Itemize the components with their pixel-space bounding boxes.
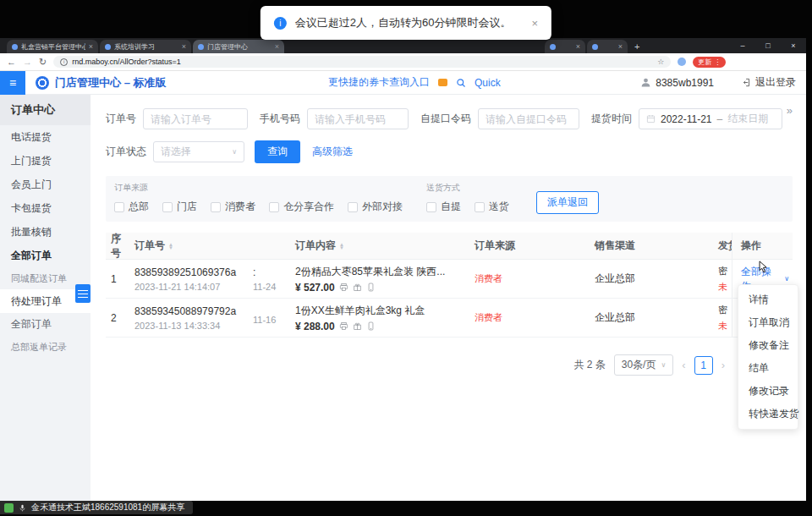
bookmark-star-icon[interactable]: ☆	[657, 58, 664, 66]
sort-icons[interactable]: ▲▼	[168, 243, 173, 250]
checkbox-source-store[interactable]: 门店	[162, 200, 197, 214]
advanced-filter-link[interactable]: 高级筛选	[312, 145, 353, 159]
tab-close-icon[interactable]: ×	[275, 43, 279, 51]
order-no-input[interactable]	[143, 108, 248, 129]
sidebar-item-phone-pickup[interactable]: 电话提货	[0, 125, 91, 149]
browser-tab[interactable]: ×	[545, 40, 585, 53]
quick-search-link[interactable]: Quick	[475, 77, 501, 89]
browser-tab[interactable]: 礼盒营销平台管理中心 ×	[7, 40, 98, 53]
browser-tab[interactable]: ×	[587, 40, 628, 53]
tab-close-icon[interactable]: ×	[576, 43, 580, 51]
back-icon[interactable]: ←	[7, 58, 16, 67]
menu-item-cancel-order[interactable]: 订单取消	[738, 311, 798, 334]
tab-close-icon[interactable]: ×	[89, 43, 93, 51]
checkbox-icon[interactable]	[426, 202, 436, 212]
address-bar[interactable]: i rnd.maboy.cn/AllOrder?status=1 ☆	[53, 56, 671, 68]
checkbox-icon[interactable]	[211, 202, 221, 212]
collapse-panel-icon[interactable]: »	[787, 104, 793, 117]
page-size-select[interactable]: 30条/页 ∨	[614, 354, 674, 376]
menu-item-edit-history[interactable]: 修改记录	[738, 380, 798, 403]
menu-item-detail[interactable]: 详情	[738, 288, 798, 311]
search-icon	[456, 78, 466, 88]
checkbox-source-hq[interactable]: 总部	[114, 200, 149, 214]
site-info-icon[interactable]: i	[60, 58, 68, 66]
chevron-down-icon: ∨	[232, 148, 237, 156]
cell-pickup-time-clipped: : 11-24	[250, 266, 292, 292]
tab-close-icon[interactable]: ×	[618, 43, 623, 51]
cell-order-no: 83859389251069376a 2023-11-21 14:14:07	[131, 266, 250, 292]
cell-ship-status-clipped: 密 未	[715, 265, 732, 294]
date-start-value[interactable]: 2022-11-21	[661, 113, 712, 125]
sidebar-item-all-orders[interactable]: 全部订单	[0, 313, 91, 336]
cell-ship-status-clipped: 密 未	[715, 304, 732, 332]
header-order-no[interactable]: 订单号▲▼	[131, 239, 250, 253]
browser-tab[interactable]: 系统培训学习 ×	[100, 40, 191, 53]
dispatch-return-button[interactable]: 派单退回	[536, 191, 599, 214]
checkbox-delivery[interactable]: 送货	[475, 200, 509, 214]
checkbox-source-consumer[interactable]: 消费者	[211, 200, 255, 214]
print-icon[interactable]	[339, 283, 348, 292]
minimize-button[interactable]: –	[730, 41, 755, 50]
sidebar-item-hq-returns[interactable]: 总部返单记录	[0, 336, 91, 358]
checkbox-icon[interactable]	[162, 202, 173, 212]
menu-item-express-ship[interactable]: 转快递发货	[738, 403, 798, 425]
checkbox-icon[interactable]	[348, 202, 358, 212]
order-number: 83859345088979792a	[134, 305, 246, 317]
phone-input[interactable]	[307, 108, 409, 129]
table-row[interactable]: 1 83859389251069376a 2023-11-21 14:14:07…	[106, 260, 793, 299]
checkbox-source-warehouse-share[interactable]: 仓分享合作	[269, 200, 334, 214]
logout-button[interactable]: 退出登录	[743, 75, 796, 90]
new-tab-button[interactable]: +	[634, 41, 639, 52]
toast-close-icon[interactable]: ×	[532, 17, 539, 30]
sidebar-item-card-pickup[interactable]: 卡包提货	[0, 196, 91, 220]
mouse-cursor	[759, 261, 768, 274]
pickup-code-input[interactable]	[478, 108, 579, 129]
sidebar-item-member-door[interactable]: 会员上门	[0, 173, 91, 196]
table-row[interactable]: 2 83859345088979792a 2023-11-13 14:33:34…	[106, 299, 793, 338]
update-label: 更新	[698, 58, 711, 67]
reload-icon[interactable]: ↻	[39, 58, 47, 67]
coupon-query-link[interactable]: 更快捷的券卡查询入口	[328, 75, 430, 90]
checkbox-icon[interactable]	[269, 202, 279, 212]
gift-icon[interactable]	[353, 321, 362, 331]
phone-icon[interactable]	[366, 321, 376, 331]
sort-icons[interactable]: ▲▼	[339, 243, 344, 250]
browser-profile-avatar[interactable]	[678, 58, 686, 66]
total-count: 共 2 条	[573, 358, 605, 372]
order-content-title: 1份XX生鲜羊肉礼盒3kg 礼盒	[295, 304, 468, 318]
sidebar-section-order-center: 订单中心	[0, 95, 91, 125]
print-icon[interactable]	[339, 321, 348, 331]
menu-item-edit-remark[interactable]: 修改备注	[738, 334, 798, 357]
gift-icon[interactable]	[353, 283, 362, 292]
checkbox-self-pickup[interactable]: 自提	[426, 200, 461, 214]
checkbox-icon[interactable]	[114, 202, 124, 212]
order-status-select[interactable]: 请选择 ∨	[153, 141, 244, 162]
sidebar-item-batch-writeoff[interactable]: 批量核销	[0, 220, 91, 244]
username[interactable]: 8385wb1991	[656, 77, 714, 89]
tab-label: 门店管理中心	[207, 42, 272, 52]
sidebar-expand-button[interactable]	[75, 284, 91, 303]
cell-order-content: 1份XX生鲜羊肉礼盒3kg 礼盒 ¥ 288.00	[292, 304, 471, 332]
prev-page-button[interactable]: ‹	[682, 359, 685, 371]
order-number: 83859389251069376a	[134, 266, 246, 278]
menu-item-close-order[interactable]: 结单	[738, 357, 798, 380]
sidebar-item-door-pickup[interactable]: 上门提货	[0, 149, 91, 173]
forward-icon[interactable]: →	[23, 58, 32, 67]
sidebar-section-all-orders[interactable]: 全部订单	[0, 244, 91, 267]
window-close-button[interactable]: ×	[781, 41, 806, 50]
header-order-content[interactable]: 订单内容▲▼	[292, 239, 471, 253]
date-end-placeholder[interactable]: 结束日期	[727, 112, 768, 126]
maximize-button[interactable]: □	[755, 41, 781, 50]
sidebar-hamburger-button[interactable]: ≡	[0, 71, 25, 95]
browser-update-button[interactable]: 更新 ⋮	[693, 57, 726, 68]
phone-icon[interactable]	[366, 283, 376, 292]
next-page-button[interactable]: ›	[721, 359, 725, 371]
search-button[interactable]: 查询	[255, 140, 300, 163]
page-number-current[interactable]: 1	[694, 356, 713, 375]
checkbox-icon[interactable]	[475, 202, 485, 212]
date-range-picker[interactable]: 2022-11-21 – 结束日期	[639, 108, 782, 129]
order-source-label: 订单来源	[114, 182, 403, 194]
checkbox-source-external[interactable]: 外部对接	[348, 200, 403, 214]
browser-tab-active[interactable]: 门店管理中心 ×	[193, 40, 284, 53]
tab-close-icon[interactable]: ×	[182, 43, 186, 51]
